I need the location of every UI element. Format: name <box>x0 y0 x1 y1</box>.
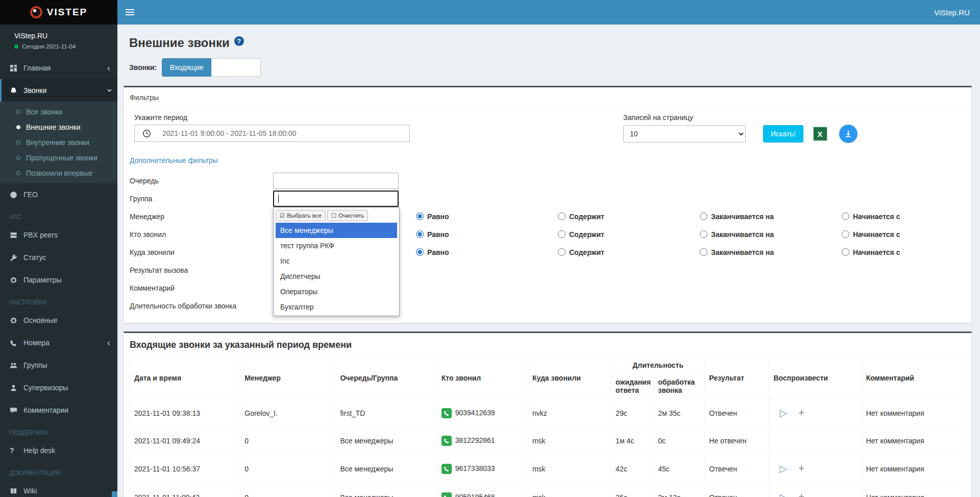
topbar-brand-link[interactable]: ViStep.RU <box>934 8 980 17</box>
queue-input[interactable] <box>273 173 399 189</box>
sidebar-toggle-button[interactable] <box>117 0 142 25</box>
question-icon: ? <box>10 446 23 455</box>
radio-checked-icon <box>416 248 424 256</box>
period-input[interactable] <box>158 125 409 141</box>
manager-radio-nachinaetsya[interactable]: Начинается с <box>842 212 980 221</box>
play-button[interactable]: ▷ <box>779 463 787 474</box>
cell-result: Отвечен <box>705 399 769 428</box>
dropdown-option[interactable]: Все менеджеры <box>276 223 397 238</box>
clock-icon[interactable] <box>135 125 158 141</box>
dropdown-option[interactable]: Inc <box>276 253 397 269</box>
filter-row-called: Куда звонили Равно Содержит Заканчиваетс… <box>130 243 966 261</box>
search-button[interactable]: Искать! <box>763 125 803 143</box>
radio-icon <box>558 248 566 256</box>
sidebar-item-geo[interactable]: ГЕО <box>0 183 117 206</box>
caller-radio-nachinaetsya[interactable]: Начинается с <box>842 230 980 239</box>
filter-row-duration: Длительность обработки звонка <box>130 297 966 315</box>
sidebar-section-docs: ДОКУМЕНТАЦИЯ <box>0 462 117 480</box>
per-page-label: Записей на страницу <box>623 113 857 122</box>
toggle-incoming-button[interactable]: Входящие <box>162 58 211 77</box>
table-row: 2021-11-01 09:49:24 0 Все менеджеры 3812… <box>130 428 966 455</box>
sidebar-item-helpdesk[interactable]: ? Help desk <box>0 439 117 462</box>
help-icon[interactable]: ? <box>234 36 244 46</box>
globe-icon <box>10 191 23 199</box>
plus-button[interactable]: + <box>798 462 804 474</box>
col-header-datetime: Дата и время <box>130 357 240 399</box>
toggle-outgoing-button[interactable] <box>211 58 261 77</box>
sidebar-item-glavnaya[interactable]: Главная ‹ <box>0 57 117 79</box>
cell-queue: Все менеджеры <box>336 428 437 455</box>
vistep-logo-icon <box>30 6 42 18</box>
sidebar-item-parametry[interactable]: Параметры <box>0 269 117 291</box>
cell-result: Не отвечен <box>705 428 769 455</box>
sidebar-item-gruppy[interactable]: Группы <box>0 354 117 376</box>
play-button[interactable]: ▷ <box>779 408 787 418</box>
play-button[interactable]: ▷ <box>779 492 787 497</box>
radio-icon <box>842 230 849 238</box>
sidebar-section-support: ПОДДЕРЖКА <box>0 421 117 439</box>
col-header-result: Результат <box>705 357 769 399</box>
caller-radio-soderzhit[interactable]: Содержит <box>558 230 700 239</box>
clear-button[interactable]: ☐Очистить <box>327 210 368 221</box>
sidebar-item-wiki[interactable]: Wiki <box>0 480 117 497</box>
called-radio-zakanchivaetsya[interactable]: Заканчивается на <box>700 248 842 256</box>
filter-row-queue: Очередь <box>130 172 966 190</box>
plus-button[interactable]: + <box>798 491 804 497</box>
group-input[interactable] <box>273 191 399 207</box>
sidebar-subitem-vse-zvonki[interactable]: Все звонки <box>0 104 117 120</box>
duration-label: Длительность обработки звонка <box>130 302 273 310</box>
called-radio-nachinaetsya[interactable]: Начинается с <box>842 248 980 256</box>
cell-datetime: 2021-11-01 09:38:13 <box>130 399 240 428</box>
logo[interactable]: ViStep <box>0 0 117 25</box>
sidebar-subitem-vnutrennie-zvonki[interactable]: Внутренние звонки <box>0 135 117 150</box>
dropdown-option[interactable]: Бухгалтер <box>276 299 397 315</box>
sidebar-item-supervizory[interactable]: Супервизоры <box>0 376 117 399</box>
cell-comment: Нет комментария <box>862 399 965 428</box>
caller-radio-ravno[interactable]: Равно <box>416 230 558 239</box>
phone-icon <box>442 408 452 418</box>
cell-called: msk <box>528 428 611 455</box>
called-radio-ravno[interactable]: Равно <box>416 248 558 256</box>
filters-panel-title: Фильтры <box>124 87 971 108</box>
sidebar-item-pbx-peers[interactable]: PBX peers <box>0 224 117 246</box>
calls-submenu: Все звонки Внешние звонки Внутренние зво… <box>0 102 117 183</box>
sidebar-item-kommentarii[interactable]: Комментарии <box>0 399 117 421</box>
dropdown-option[interactable]: Операторы <box>276 284 397 299</box>
plus-button[interactable]: + <box>798 407 804 418</box>
manager-radio-zakanchivaetsya[interactable]: Заканчивается на <box>700 212 842 221</box>
sidebar: ViStep.RU Сегодня 2021-11-04 Главная ‹ З… <box>0 25 117 497</box>
cell-wait: 36с <box>611 483 654 497</box>
sidebar-item-status[interactable]: Статус <box>0 246 117 269</box>
select-all-button[interactable]: ☑Выбрать все <box>276 210 326 221</box>
dropdown-options-list: Все менеджеры тест группа РКФ Inc Диспет… <box>276 223 397 315</box>
sidebar-item-zvonki[interactable]: Звонки ‹ <box>0 79 117 102</box>
per-page-select[interactable]: 10 <box>623 125 746 143</box>
additional-filters-link[interactable]: Дополнительные фильтры <box>130 156 218 164</box>
main-content: Внешние звонки ? Звонки: Входящие Фильтр… <box>117 25 980 497</box>
cell-wait: 42с <box>611 455 654 483</box>
sidebar-subitem-vneshnie-zvonki[interactable]: Внешние звонки <box>0 120 117 135</box>
called-label: Куда звонили <box>130 248 273 256</box>
sidebar-item-nomera[interactable]: Номера ‹ <box>0 332 117 354</box>
cell-result: Отвечен <box>705 455 769 483</box>
gear-icon <box>10 317 23 324</box>
calls-direction-toggle: Входящие <box>162 58 261 77</box>
manager-radio-soderzhit[interactable]: Содержит <box>558 212 700 221</box>
sidebar-item-osnovnye[interactable]: Основные <box>0 309 117 332</box>
cell-handle: 45с <box>654 455 705 483</box>
table-panel-title: Входящие звонки за указанный период врем… <box>124 333 971 357</box>
excel-export-icon[interactable]: X <box>813 126 828 141</box>
dropdown-option[interactable]: тест группа РКФ <box>276 238 397 253</box>
dropdown-option[interactable]: Диспетчеры <box>276 269 397 284</box>
sidebar-section-atc: АТС <box>0 206 117 224</box>
manager-radio-ravno[interactable]: Равно <box>416 212 558 221</box>
radio-icon <box>558 212 566 220</box>
sidebar-subitem-propuschennye-zvonki[interactable]: Пропущенные звонки <box>0 150 117 165</box>
checkbox-checked-icon: ☑ <box>280 212 285 219</box>
caller-radio-zakanchivaetsya[interactable]: Заканчивается на <box>700 230 842 239</box>
radio-icon <box>700 212 707 220</box>
cell-datetime: 2021-11-01 10:56:37 <box>130 455 240 483</box>
called-radio-soderzhit[interactable]: Содержит <box>558 248 700 256</box>
download-icon[interactable] <box>839 125 857 143</box>
sidebar-subitem-pozvonili-vpervye[interactable]: Позвонили впервые <box>0 165 117 181</box>
